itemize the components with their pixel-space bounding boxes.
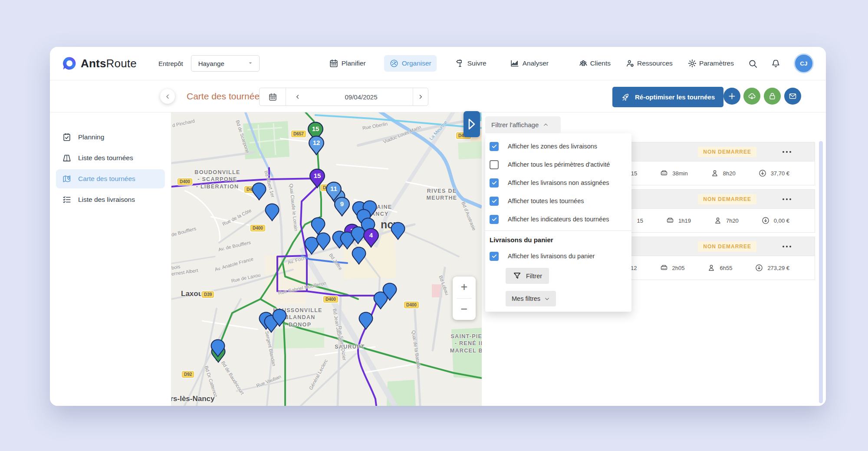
filter-option-label: Afficher toutes les tournées (508, 198, 584, 204)
sidebar-item-0[interactable]: Planning (56, 128, 165, 147)
checkbox[interactable] (490, 178, 499, 188)
map-pin[interactable] (265, 203, 279, 221)
filter-option[interactable]: Afficher tous les périmètres d'activité (485, 155, 631, 174)
caret-down-icon (247, 59, 254, 68)
status-badge: NON DEMARREE (698, 147, 756, 157)
chevron-down-icon (544, 296, 550, 302)
filter-button[interactable]: Filtrer (506, 268, 549, 284)
calendar-button[interactable] (260, 88, 286, 105)
filter-option[interactable]: Afficher les livraisons du panier (485, 247, 631, 265)
filter-option[interactable]: Afficher les zones des livraisons (485, 137, 631, 155)
filter-option-label: Afficher les indicateurs des tournées (508, 216, 609, 223)
nav-item-paramètres[interactable]: Paramètres (687, 56, 735, 71)
sidebar-item-3[interactable]: Liste des livraisons (56, 190, 165, 209)
map-pin[interactable] (252, 182, 266, 201)
zoom-in-button[interactable]: + (453, 277, 476, 298)
sidebar-item-1[interactable]: Liste des tournées (56, 148, 165, 168)
my-filters-button[interactable]: Mes filtres (506, 291, 556, 306)
checkbox[interactable] (490, 252, 499, 261)
reoptimize-button[interactable]: Ré-optimiser les tournées (612, 87, 723, 107)
route-list-icon (62, 153, 72, 163)
status-badge: NON DEMARREE (698, 194, 756, 204)
app-window: AntsRoute Entrepôt Hayange PlanifierOrga… (50, 47, 826, 406)
brand-logo[interactable]: AntsRoute (62, 56, 137, 71)
map-pin[interactable] (382, 283, 397, 301)
map-pin[interactable] (391, 222, 405, 240)
stat-person-icon (713, 216, 722, 225)
map-pin[interactable]: 4 (363, 228, 379, 248)
checkbox[interactable] (490, 215, 499, 224)
map-pin[interactable]: 9 (334, 197, 350, 217)
nav-item-clients[interactable]: Clients (578, 56, 612, 71)
stat-value: 15 (637, 217, 643, 224)
stat-drive_time: 2h05 (660, 263, 685, 272)
filter-display-toggle[interactable]: Filtrer l'affichage (485, 116, 561, 133)
checkbox[interactable] (490, 197, 499, 206)
map-zoom-control: + − (453, 277, 476, 320)
back-button[interactable] (160, 89, 175, 104)
nav-item-ressources[interactable]: Ressources (625, 56, 674, 71)
sidebar-item-2[interactable]: Carte des tournées (56, 169, 165, 188)
nav-item-label: Ressources (637, 59, 673, 67)
map-pin[interactable]: 15 (309, 168, 326, 188)
main-nav: PlanifierOrganiserSuivreAnalyser (324, 55, 554, 72)
zoom-out-button[interactable]: − (453, 299, 476, 320)
search-icon[interactable] (748, 59, 758, 69)
checkbox[interactable] (490, 142, 499, 151)
map-pin[interactable]: 12 (308, 135, 325, 155)
resources-icon (625, 59, 635, 68)
stat-drive_time: 38min (660, 169, 687, 178)
map-pin[interactable] (272, 309, 287, 327)
sidebar-item-label: Liste des tournées (78, 154, 133, 162)
stat-car-icon (660, 169, 668, 178)
nav-right: ClientsRessourcesParamètres CJ (578, 53, 814, 73)
collapse-panel-button[interactable] (464, 111, 480, 137)
clients-icon (579, 59, 588, 68)
filter-option[interactable]: Afficher les livraisons non assignées (485, 174, 631, 192)
nav-item-label: Analyser (523, 59, 549, 67)
nav-item-label: Clients (590, 59, 611, 67)
mail-button[interactable] (784, 88, 801, 105)
filter-option[interactable]: Afficher les indicateurs des tournées (485, 210, 631, 228)
map-pin[interactable] (358, 312, 373, 330)
stat-value: 7h20 (726, 217, 739, 224)
row-menu-button[interactable] (782, 243, 792, 250)
cloud-download-button[interactable] (743, 88, 760, 105)
warehouse-value: Hayange (198, 60, 224, 67)
stat-download-icon (761, 216, 770, 225)
bell-icon[interactable] (771, 59, 781, 69)
sidebar-item-label: Liste des livraisons (78, 196, 135, 204)
map-pin[interactable] (352, 247, 366, 265)
sidebar-item-label: Planning (78, 133, 104, 141)
nav-item-suivre[interactable]: Suivre (450, 55, 492, 72)
map-pin[interactable] (316, 232, 331, 250)
date-value[interactable]: 09/04/2025 (309, 88, 413, 105)
stat-cost: 37,70 € (758, 169, 789, 178)
stat-value: 38min (672, 170, 687, 177)
stat-value: 37,70 € (771, 170, 789, 177)
chart-icon (510, 59, 519, 68)
stat-value: 8h20 (723, 170, 736, 177)
signpost-icon (455, 59, 464, 68)
lock-button[interactable] (764, 88, 781, 105)
nav-item-planifier[interactable]: Planifier (324, 55, 371, 72)
stat-cost: 0,00 € (761, 216, 789, 225)
next-day-button[interactable] (413, 88, 428, 105)
settings-icon (687, 59, 697, 68)
prev-day-button[interactable] (286, 88, 309, 105)
checkbox[interactable] (490, 160, 499, 169)
nav-item-analyser[interactable]: Analyser (505, 55, 554, 72)
map-canvas[interactable]: BOUDONVILLE- SCARPONE- LIBÉRATIONRIVES D… (171, 112, 482, 406)
stat-value: 15 (631, 170, 637, 177)
filter-option[interactable]: Afficher toutes les tournées (485, 192, 631, 210)
status-badge: NON DEMARREE (698, 241, 756, 252)
nav-item-organiser[interactable]: Organiser (384, 55, 437, 72)
row-menu-button[interactable] (782, 148, 792, 155)
toolbar: Carte des tournées 09/04/2025 Ré-optimis… (50, 80, 826, 112)
warehouse-select[interactable]: Hayange (191, 55, 260, 72)
row-menu-button[interactable] (782, 196, 792, 203)
scrollbar[interactable] (819, 141, 823, 403)
map-pin[interactable] (210, 339, 225, 357)
add-button[interactable] (723, 88, 740, 105)
avatar[interactable]: CJ (794, 53, 814, 73)
